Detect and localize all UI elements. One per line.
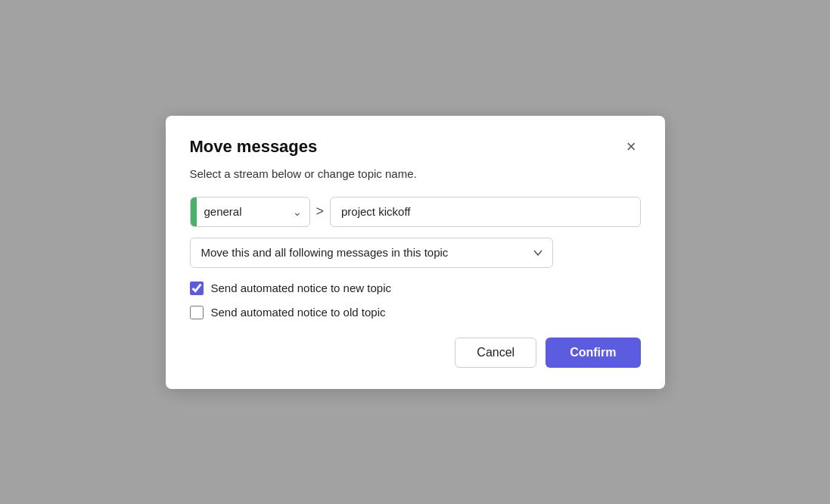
stream-select[interactable]: general announcements development design bbox=[197, 198, 293, 226]
stream-select-wrapper: general announcements development design… bbox=[190, 197, 310, 227]
send-notice-old-topic-checkbox[interactable] bbox=[190, 306, 204, 319]
move-scope-select[interactable]: Move this and all following messages in … bbox=[190, 238, 553, 268]
modal-footer: Cancel Confirm bbox=[190, 338, 641, 368]
close-button[interactable]: × bbox=[622, 137, 641, 157]
checkbox-row-new-topic: Send automated notice to new topic bbox=[190, 282, 641, 295]
stream-color-indicator bbox=[191, 198, 197, 226]
stream-topic-separator: > bbox=[316, 204, 325, 219]
send-notice-new-topic-label[interactable]: Send automated notice to new topic bbox=[211, 282, 392, 294]
modal-title: Move messages bbox=[190, 137, 318, 157]
topic-input[interactable] bbox=[330, 197, 640, 227]
stream-chevron-icon: ⌄ bbox=[293, 206, 309, 218]
stream-topic-row: general announcements development design… bbox=[190, 197, 641, 227]
cancel-button[interactable]: Cancel bbox=[455, 338, 536, 368]
send-notice-old-topic-label[interactable]: Send automated notice to old topic bbox=[211, 306, 386, 319]
move-messages-modal: Move messages × Select a stream below or… bbox=[166, 116, 665, 389]
checkbox-row-old-topic: Send automated notice to old topic bbox=[190, 306, 641, 319]
send-notice-new-topic-checkbox[interactable] bbox=[190, 282, 204, 295]
modal-overlay: Move messages × Select a stream below or… bbox=[0, 0, 830, 504]
move-select-wrapper: Move this and all following messages in … bbox=[190, 238, 641, 268]
modal-header: Move messages × bbox=[190, 137, 641, 157]
modal-description: Select a stream below or change topic na… bbox=[190, 167, 641, 180]
confirm-button[interactable]: Confirm bbox=[546, 338, 640, 368]
